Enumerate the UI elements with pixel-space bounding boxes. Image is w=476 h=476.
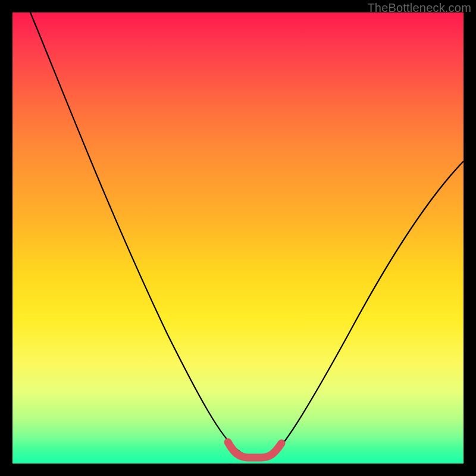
curve-path <box>30 12 464 458</box>
chart-svg <box>12 12 464 464</box>
highlight-segment-path <box>228 442 281 458</box>
chart-frame: TheBottleneck.com <box>0 0 476 476</box>
watermark-text: TheBottleneck.com <box>367 1 471 15</box>
chart-plot-area <box>12 12 464 464</box>
